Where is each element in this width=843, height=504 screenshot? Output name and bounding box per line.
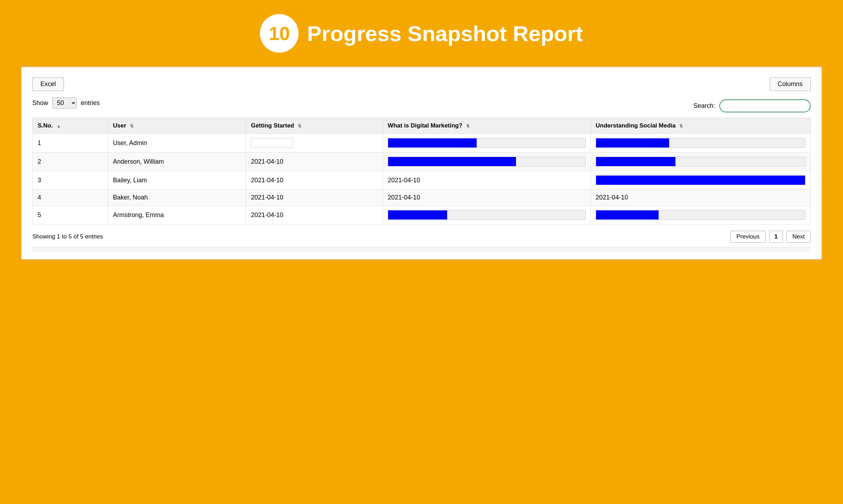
cell-getting-started: 2021-04-10 (246, 152, 383, 171)
toolbar: Excel Columns (32, 77, 811, 91)
entries-select[interactable]: 50 10 25 100 (52, 97, 77, 109)
search-input[interactable] (719, 99, 811, 112)
show-label: Show (32, 99, 48, 107)
progress-fill (596, 138, 669, 148)
sort-icon-digital-marketing: ⇅ (466, 124, 470, 129)
col-user[interactable]: User ⇅ (108, 118, 246, 134)
cell-user: Baker, Noah (108, 190, 246, 206)
cell-sno: 1 (33, 134, 108, 152)
progress-fill (596, 176, 805, 185)
controls-row: Show 50 10 25 100 entries Search: (32, 97, 811, 114)
next-button[interactable]: Next (786, 231, 811, 243)
cell-social-media: 2021-04-10 (590, 190, 810, 206)
entries-label: entries (81, 99, 100, 107)
cell-user: Armstrong, Emma (108, 206, 246, 224)
cell-getting-started: 2021-04-10 (246, 190, 383, 206)
progress-fill (596, 210, 659, 220)
previous-button[interactable]: Previous (730, 231, 765, 243)
col-digital-marketing[interactable]: What is Digital Marketing? ⇅ (383, 118, 590, 134)
table-body: 1User, Admin2Anderson, William2021-04-10… (33, 134, 811, 224)
col-getting-started[interactable]: Getting Started ⇅ (246, 118, 383, 134)
page-header: 10 Progress Snapshot Report (21, 14, 822, 53)
table-container: Excel Columns Show 50 10 25 100 entries … (21, 67, 822, 260)
cell-sno: 3 (33, 171, 108, 190)
pagination: Previous 1 Next (730, 231, 811, 243)
table-row: 2Anderson, William2021-04-10 (33, 152, 811, 171)
cell-getting-started: 2021-04-10 (246, 171, 383, 190)
search-row: Search: (693, 99, 811, 112)
cell-sno: 5 (33, 206, 108, 224)
excel-button[interactable]: Excel (32, 77, 64, 91)
footer-row: Showing 1 to 5 of 5 entries Previous 1 N… (32, 231, 811, 243)
search-label: Search: (693, 102, 715, 110)
cell-user: Anderson, William (108, 152, 246, 171)
page-current: 1 (769, 231, 783, 243)
cell-social-media (590, 206, 810, 224)
table-row: 4Baker, Noah2021-04-102021-04-102021-04-… (33, 190, 811, 206)
cell-digital-marketing: 2021-04-10 (383, 171, 590, 190)
cell-social-media (590, 134, 810, 152)
progress-fill (388, 138, 477, 148)
cell-social-media (590, 171, 810, 190)
cell-sno: 4 (33, 190, 108, 206)
scrollbar (32, 247, 811, 252)
table-row: 3Bailey, Liam2021-04-102021-04-10 (33, 171, 811, 190)
cell-social-media (590, 152, 810, 171)
badge-circle: 10 (260, 14, 299, 53)
progress-fill (388, 157, 516, 166)
cell-digital-marketing (383, 152, 590, 171)
cell-digital-marketing: 2021-04-10 (383, 190, 590, 206)
cell-sno: 2 (33, 152, 108, 171)
table-row: 5Armstrong, Emma2021-04-10 (33, 206, 811, 224)
sort-icon-getting-started: ⇅ (298, 124, 301, 129)
table-header: S.No. ▲ User ⇅ Getting Started ⇅ What is… (33, 118, 811, 134)
columns-button[interactable]: Columns (770, 77, 811, 91)
table-row: 1User, Admin (33, 134, 811, 152)
showing-text: Showing 1 to 5 of 5 entries (32, 233, 103, 240)
col-sno[interactable]: S.No. ▲ (33, 118, 108, 134)
cell-user: User, Admin (108, 134, 246, 152)
cell-getting-started: 2021-04-10 (246, 206, 383, 224)
progress-fill (388, 210, 447, 220)
badge-number: 10 (269, 22, 290, 44)
cell-getting-started (246, 134, 383, 152)
cell-user: Bailey, Liam (108, 171, 246, 190)
sort-icon-user: ⇅ (130, 124, 133, 129)
progress-fill (596, 157, 675, 166)
data-table: S.No. ▲ User ⇅ Getting Started ⇅ What is… (32, 118, 811, 224)
cell-digital-marketing (383, 134, 590, 152)
report-title: Progress Snapshot Report (307, 21, 583, 46)
col-social-media[interactable]: Understanding Social Media ⇅ (590, 118, 810, 134)
sort-icon-social-media: ⇅ (679, 124, 683, 129)
cell-digital-marketing (383, 206, 590, 224)
show-row: Show 50 10 25 100 entries (32, 97, 100, 109)
sort-icon-sno: ▲ (57, 124, 61, 129)
